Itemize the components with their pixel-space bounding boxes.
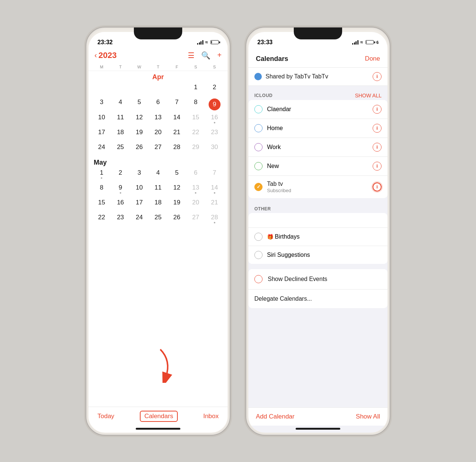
cal-cell[interactable]: 10 [92, 112, 111, 127]
cal-cell[interactable]: 16 [111, 197, 130, 212]
info-button-home[interactable]: i [373, 124, 382, 133]
cal-cell[interactable]: 8 [186, 97, 205, 112]
add-calendar-button[interactable]: Add Calendar [256, 413, 295, 420]
cal-cell[interactable]: 1 [92, 167, 111, 182]
search-icon[interactable]: 🔍 [201, 51, 210, 60]
year-nav[interactable]: ‹ 2023 [94, 51, 117, 60]
cal-cell[interactable]: 4 [111, 97, 130, 112]
cal-cell[interactable]: 18 [111, 127, 130, 142]
checkbox-declined[interactable] [254, 275, 263, 283]
cal-cell[interactable]: 26 [167, 212, 186, 227]
cal-cell-today[interactable]: 9 [205, 97, 224, 112]
cal-cell[interactable]: 17 [92, 127, 111, 142]
cal-cell[interactable]: 14 [167, 112, 186, 127]
cal-cell[interactable]: 15 [186, 112, 205, 127]
cal-cell[interactable]: 7 [167, 97, 186, 112]
cal-cell[interactable]: 24 [92, 142, 111, 156]
cal-cell[interactable]: 19 [167, 197, 186, 212]
cal-cell[interactable]: 1 [186, 82, 205, 97]
cal-cell[interactable]: 11 [149, 182, 168, 197]
cal-cell[interactable] [92, 82, 111, 97]
calendar-row-work[interactable]: Work i [248, 138, 387, 157]
show-all-icloud-link[interactable]: SHOW ALL [355, 93, 382, 98]
cal-cell[interactable]: 7 [205, 167, 224, 182]
info-button-tabtv-highlighted[interactable]: i [373, 182, 382, 191]
calendar-row-claendar[interactable]: Claendar i [248, 100, 387, 119]
cal-cell[interactable]: 11 [111, 112, 130, 127]
cal-cell[interactable]: 29 [186, 142, 205, 156]
cal-cell[interactable]: 15 [92, 197, 111, 212]
cal-cell[interactable]: 25 [149, 212, 168, 227]
today-button[interactable]: Today [97, 413, 114, 420]
cal-cell[interactable]: 30 [205, 142, 224, 156]
cal-cell[interactable]: 4 [149, 167, 168, 182]
checkbox-siri[interactable] [254, 251, 263, 259]
cal-cell[interactable]: 16 [205, 112, 224, 127]
info-button-work[interactable]: i [373, 143, 382, 152]
cal-cell[interactable]: 26 [130, 142, 149, 156]
cal-cell[interactable]: 10 [130, 182, 149, 197]
inbox-button[interactable]: Inbox [203, 413, 219, 420]
calendar-row-tabtv[interactable]: ✓ Tab tv Subscribed i [248, 176, 387, 198]
cal-cell[interactable]: 23 [111, 212, 130, 227]
cal-cell[interactable]: 21 [205, 197, 224, 212]
cal-cell[interactable]: 20 [149, 127, 168, 142]
cal-cell[interactable]: 14 [205, 182, 224, 197]
cal-cell[interactable]: 2 [111, 167, 130, 182]
checkbox-new[interactable] [254, 162, 263, 170]
add-icon[interactable]: + [217, 51, 222, 59]
info-button-new[interactable]: i [373, 162, 382, 171]
delegate-calendars-row[interactable]: Delegate Calendars... [248, 289, 387, 308]
show-all-footer-button[interactable]: Show All [356, 413, 380, 420]
cal-cell[interactable]: 20 [186, 197, 205, 212]
show-declined-row[interactable]: Show Declined Events [248, 269, 387, 289]
calendar-row-birthdays[interactable]: 🎁Birthdays [248, 228, 387, 246]
cal-cell[interactable]: 24 [130, 212, 149, 227]
cal-cell[interactable]: 3 [130, 167, 149, 182]
cal-cell[interactable]: 17 [130, 197, 149, 212]
calendars-button[interactable]: Calendars [140, 411, 178, 422]
cal-cell[interactable]: 3 [92, 97, 111, 112]
back-chevron-icon[interactable]: ‹ [94, 51, 97, 59]
list-icon[interactable]: ☰ [188, 51, 194, 60]
cal-cell[interactable]: 9 [111, 182, 130, 197]
shared-info-button[interactable]: i [373, 72, 382, 81]
cal-cell[interactable]: 28 [167, 142, 186, 156]
cal-cell[interactable]: 8 [92, 182, 111, 197]
cal-cell[interactable]: 6 [186, 167, 205, 182]
cal-cell[interactable]: 2 [205, 82, 224, 97]
cal-cell[interactable]: 22 [186, 127, 205, 142]
shared-calendar-row[interactable]: Shared by TabTv TabTv i [248, 68, 387, 86]
cal-cell[interactable]: 13 [186, 182, 205, 197]
cal-cell[interactable]: 5 [130, 97, 149, 112]
done-button[interactable]: Done [365, 55, 380, 62]
cal-cell[interactable]: 27 [186, 212, 205, 227]
calendar-row-home[interactable]: Home i [248, 119, 387, 138]
cal-cell[interactable]: 23 [205, 127, 224, 142]
cal-cell[interactable]: 18 [149, 197, 168, 212]
cal-cell[interactable]: 6 [149, 97, 168, 112]
cal-cell[interactable]: 25 [111, 142, 130, 156]
screen-left: 23:32 ≈ ‹ 2023 ☰ � [89, 32, 228, 433]
calendar-row-new[interactable]: New i [248, 157, 387, 176]
checkbox-tabtv[interactable]: ✓ [254, 183, 263, 191]
cal-cell[interactable] [149, 82, 168, 97]
checkbox-claendar[interactable] [254, 105, 263, 113]
cal-cell[interactable] [111, 82, 130, 97]
cal-cell[interactable]: 22 [92, 212, 111, 227]
cal-cell[interactable]: 19 [130, 127, 149, 142]
cal-cell[interactable]: 27 [149, 142, 168, 156]
cal-cell[interactable]: 21 [167, 127, 186, 142]
cal-cell[interactable]: 28 [205, 212, 224, 227]
checkbox-work[interactable] [254, 143, 263, 151]
cal-cell[interactable]: 5 [167, 167, 186, 182]
cal-cell[interactable] [130, 82, 149, 97]
checkbox-birthdays[interactable] [254, 233, 263, 241]
cal-cell[interactable]: 13 [149, 112, 168, 127]
cal-cell[interactable] [167, 82, 186, 97]
calendar-row-siri[interactable]: Siri Suggestions [248, 246, 387, 264]
checkbox-home[interactable] [254, 124, 263, 132]
info-button-claendar[interactable]: i [373, 105, 382, 114]
cal-cell[interactable]: 12 [167, 182, 186, 197]
cal-cell[interactable]: 12 [130, 112, 149, 127]
